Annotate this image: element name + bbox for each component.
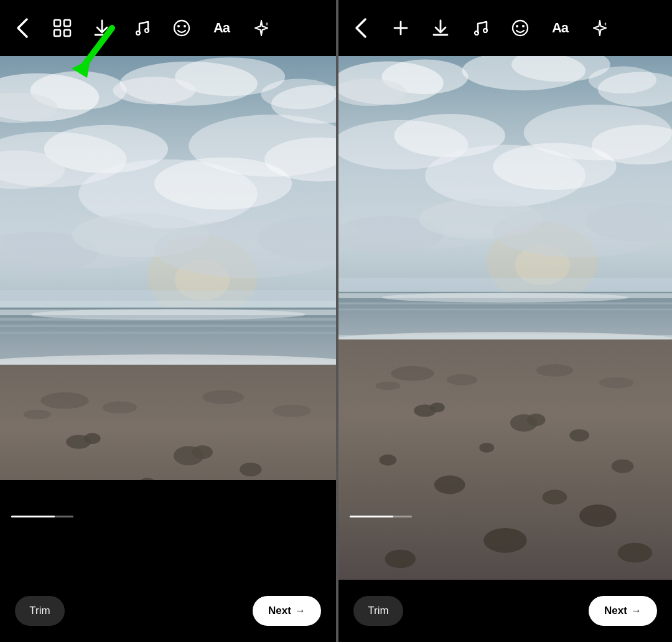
svg-point-51 — [84, 433, 101, 444]
left-expand-button[interactable] — [51, 17, 73, 39]
svg-point-66 — [513, 21, 528, 35]
svg-rect-40 — [0, 325, 336, 327]
right-add-button[interactable] — [390, 17, 412, 39]
svg-point-103 — [599, 377, 634, 389]
left-effects-button[interactable] — [250, 17, 273, 39]
svg-point-78 — [589, 67, 656, 94]
svg-point-113 — [543, 489, 567, 504]
right-toolbar: Aa — [338, 0, 672, 56]
svg-point-7 — [177, 25, 180, 27]
left-toolbar: Aa — [0, 0, 336, 56]
left-next-button[interactable]: Next → — [253, 596, 321, 626]
svg-point-45 — [40, 392, 88, 409]
svg-point-114 — [579, 504, 617, 527]
right-next-button[interactable]: Next → — [589, 596, 657, 626]
svg-point-93 — [381, 293, 628, 303]
svg-point-64 — [475, 31, 478, 35]
right-music-button[interactable] — [469, 17, 492, 39]
left-next-arrow: → — [295, 605, 306, 617]
svg-point-68 — [522, 25, 525, 27]
svg-point-8 — [184, 25, 186, 27]
svg-point-65 — [483, 29, 487, 32]
svg-rect-94 — [338, 303, 672, 304]
right-sticker-button[interactable] — [509, 17, 531, 39]
svg-point-47 — [103, 401, 137, 413]
svg-point-84 — [493, 143, 617, 190]
right-next-arrow: → — [631, 605, 642, 617]
svg-point-5 — [145, 29, 149, 32]
left-back-button[interactable] — [11, 17, 34, 39]
svg-point-101 — [447, 374, 478, 385]
svg-rect-39 — [0, 318, 336, 321]
svg-point-28 — [154, 158, 292, 210]
svg-rect-41 — [0, 332, 336, 334]
svg-point-100 — [376, 382, 401, 390]
svg-point-110 — [380, 455, 397, 466]
left-next-label: Next — [268, 605, 291, 617]
left-bottom-bar: Trim Next → — [0, 580, 336, 642]
left-black-bar — [0, 480, 336, 580]
right-beach-scene — [338, 56, 672, 580]
svg-point-105 — [430, 402, 445, 412]
svg-point-48 — [202, 390, 243, 404]
svg-point-67 — [516, 25, 518, 27]
svg-rect-2 — [54, 30, 60, 36]
svg-rect-90 — [338, 278, 672, 293]
left-music-button[interactable] — [131, 17, 153, 39]
svg-point-99 — [391, 366, 434, 381]
left-text-button[interactable]: Aa — [210, 17, 233, 39]
svg-rect-0 — [54, 20, 60, 26]
right-back-button[interactable] — [350, 17, 372, 39]
svg-point-21 — [261, 79, 336, 110]
left-progress-fill — [11, 516, 55, 517]
right-bottom-bar: Trim Next → — [338, 580, 672, 642]
svg-point-107 — [527, 413, 546, 426]
svg-point-53 — [192, 445, 213, 459]
svg-rect-1 — [64, 20, 70, 26]
right-trim-button[interactable]: Trim — [353, 596, 403, 626]
svg-point-111 — [612, 460, 634, 473]
right-effects-button[interactable] — [589, 17, 611, 39]
right-progress-bar — [350, 516, 412, 517]
svg-rect-95 — [338, 309, 672, 311]
svg-point-109 — [479, 443, 494, 453]
svg-point-115 — [483, 528, 526, 553]
left-trim-button[interactable]: Trim — [15, 596, 65, 626]
right-progress-fill — [350, 516, 393, 517]
left-photo-area — [0, 56, 336, 580]
left-sticker-button[interactable] — [170, 17, 193, 39]
right-next-label: Next — [604, 605, 627, 617]
svg-point-49 — [273, 405, 311, 417]
left-download-button[interactable] — [91, 17, 113, 39]
svg-point-117 — [618, 543, 653, 563]
svg-point-102 — [536, 364, 574, 377]
right-download-button[interactable] — [429, 17, 452, 39]
svg-point-19 — [113, 77, 195, 104]
right-text-button[interactable]: Aa — [549, 17, 571, 39]
svg-point-46 — [24, 410, 51, 419]
left-progress-bar — [11, 516, 73, 517]
svg-point-4 — [136, 31, 140, 35]
svg-point-112 — [434, 476, 465, 494]
left-panel: Aa — [0, 0, 336, 642]
right-photo-area — [338, 56, 672, 580]
svg-point-116 — [385, 550, 416, 569]
right-panel: Aa — [336, 0, 672, 642]
svg-point-6 — [174, 21, 189, 35]
svg-point-108 — [569, 429, 589, 441]
svg-rect-3 — [64, 30, 70, 36]
